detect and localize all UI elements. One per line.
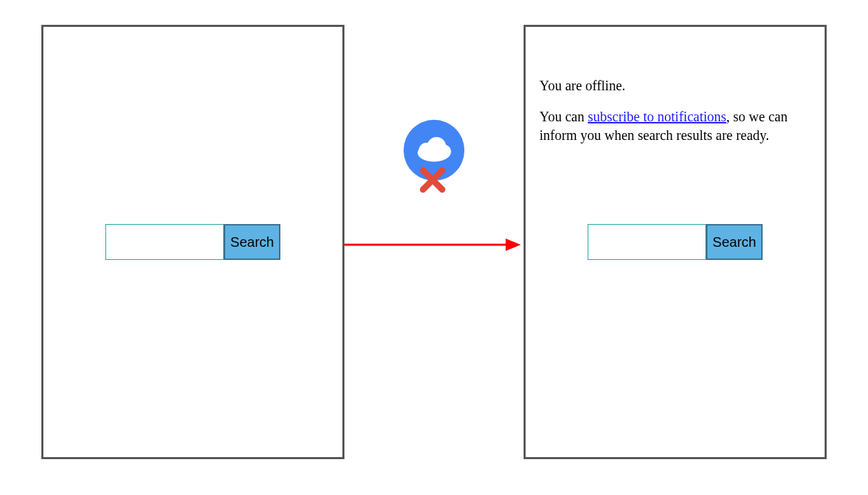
- offline-message: You are offline. You can subscribe to no…: [539, 77, 812, 157]
- search-group-right: Search: [588, 224, 763, 260]
- search-button[interactable]: Search: [224, 224, 280, 260]
- svg-point-4: [437, 145, 451, 159]
- subscribe-link[interactable]: subscribe to notifications: [588, 109, 726, 124]
- transition-arrow-icon: [344, 236, 521, 253]
- subscribe-prefix: You can: [539, 109, 588, 124]
- search-input[interactable]: [105, 224, 224, 260]
- search-input[interactable]: [588, 224, 706, 260]
- svg-marker-8: [506, 239, 521, 251]
- search-group-left: Search: [105, 224, 280, 260]
- panel-before: Search: [41, 25, 344, 459]
- offline-line: You are offline.: [539, 77, 812, 95]
- search-button[interactable]: Search: [706, 224, 763, 260]
- close-x-icon: [419, 166, 446, 194]
- subscribe-line: You can subscribe to notifications, so w…: [539, 108, 812, 145]
- panel-after: You are offline. You can subscribe to no…: [524, 25, 827, 459]
